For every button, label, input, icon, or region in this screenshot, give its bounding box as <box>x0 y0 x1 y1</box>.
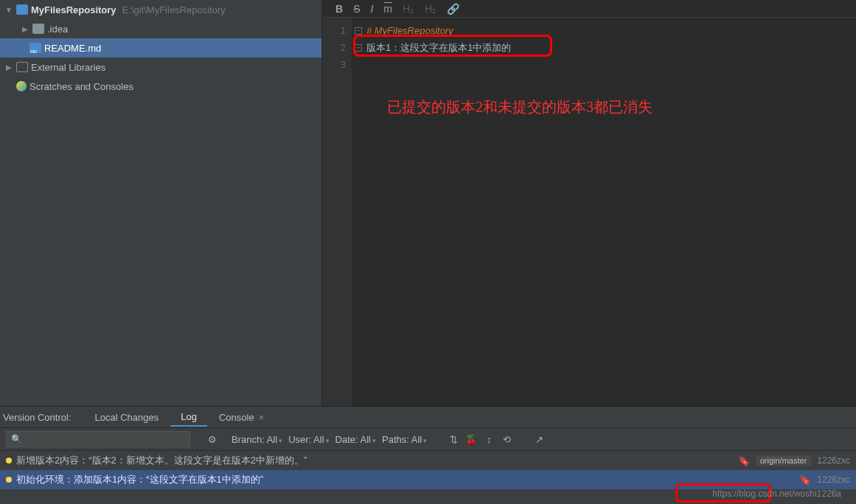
collapse-arrow-icon[interactable]: ▶ <box>4 63 13 71</box>
expand-arrow-icon[interactable]: ▼ <box>4 6 13 14</box>
intellisort-icon[interactable]: ⇅ <box>448 433 459 445</box>
italic-button[interactable]: I <box>370 3 373 15</box>
commit-row[interactable]: 新增版本2内容：“版本2：新增文本。这段文字是在版本2中新增的。” 🔖 orig… <box>0 451 856 470</box>
line-number: 2 <box>322 39 346 56</box>
tree-item-external-libraries[interactable]: ▶ External Libraries <box>0 57 321 77</box>
vc-tab-bar: Version Control: Local Changes Log Conso… <box>0 407 856 427</box>
commit-user: 1226zxc <box>817 475 850 485</box>
commit-user: 1226zxc <box>817 455 850 466</box>
collapse-icon[interactable]: ↕ <box>483 433 495 445</box>
date-filter[interactable]: Date: All▾ <box>335 434 376 445</box>
gear-icon[interactable]: ⚙ <box>208 434 217 445</box>
editor-pane: B S I m H₁ H₂ 🔗 1 2 3 − # MyFilesReposit… <box>322 0 856 406</box>
fold-button[interactable]: − <box>355 27 362 35</box>
commit-message: 新增版本2内容：“版本2：新增文本。这段文字是在版本2中新增的。” <box>16 454 307 467</box>
commit-dot-icon <box>6 458 12 463</box>
project-folder-icon <box>16 4 28 15</box>
commit-message: 初始化环境：添加版本1内容：“这段文字在版本1中添加的” <box>16 473 263 486</box>
strikethrough-button[interactable]: S <box>353 3 360 15</box>
project-tree[interactable]: ▼ MyFilesRepository E:\git\MyFilesReposi… <box>0 0 322 406</box>
refresh-icon[interactable]: ⟲ <box>501 433 512 445</box>
code-button[interactable]: m <box>383 3 392 15</box>
version-control-panel: Version Control: Local Changes Log Conso… <box>0 406 856 504</box>
commit-list[interactable]: 新增版本2内容：“版本2：新增文本。这段文字是在版本2中新增的。” 🔖 orig… <box>0 451 856 504</box>
watermark-text: https://blog.csdn.net/woshi1226a <box>712 489 841 499</box>
code-line-1: # MyFilesRepository <box>366 22 453 39</box>
commit-dot-icon <box>6 477 12 483</box>
tree-item-readme[interactable]: README.md <box>0 38 321 57</box>
open-new-icon[interactable]: ↗ <box>533 433 545 445</box>
user-filter[interactable]: User: All▾ <box>288 434 329 445</box>
bold-button[interactable]: B <box>335 3 343 15</box>
vc-title: Version Control: <box>3 412 83 423</box>
folder-icon <box>32 24 44 34</box>
tab-local-changes[interactable]: Local Changes <box>85 409 170 426</box>
tree-item-idea[interactable]: ▶ .idea <box>0 19 321 38</box>
h1-button[interactable]: H₁ <box>403 3 414 15</box>
branch-label: origin/master <box>756 455 812 466</box>
paths-filter[interactable]: Paths: All▾ <box>382 434 427 445</box>
scratches-label: Scratches and Consoles <box>29 81 133 92</box>
tab-log[interactable]: Log <box>170 408 207 427</box>
markdown-toolbar: B S I m H₁ H₂ 🔗 <box>322 0 856 18</box>
annotation-text: 已提交的版本2和未提交的版本3都已消失 <box>387 99 653 116</box>
line-gutter: 1 2 3 <box>322 18 352 406</box>
tag-icon: 🔖 <box>738 455 750 466</box>
line-number: 3 <box>322 56 346 73</box>
branch-filter[interactable]: Branch: All▾ <box>232 434 282 445</box>
search-input[interactable] <box>6 431 190 447</box>
external-libraries-label: External Libraries <box>31 62 105 73</box>
code-area[interactable]: − # MyFilesRepository − 版本1：这段文字在版本1中添加的… <box>352 18 856 406</box>
editor-body[interactable]: 1 2 3 − # MyFilesRepository − 版本1：这段文字在版… <box>322 18 856 406</box>
close-icon[interactable]: × <box>259 412 265 423</box>
collapse-arrow-icon[interactable]: ▶ <box>21 25 29 33</box>
project-path: E:\git\MyFilesRepository <box>122 4 226 15</box>
link-button[interactable]: 🔗 <box>447 3 459 15</box>
scratches-icon <box>16 81 27 91</box>
markdown-file-icon <box>29 43 41 53</box>
code-line-2: 版本1：这段文字在版本1中添加的 <box>366 39 511 56</box>
project-name: MyFilesRepository <box>31 4 116 15</box>
line-number: 1 <box>322 22 346 39</box>
fold-button[interactable]: − <box>355 44 362 52</box>
folder-label: .idea <box>47 24 68 35</box>
commit-search[interactable] <box>6 431 190 447</box>
commit-row-selected[interactable]: 初始化环境：添加版本1内容：“这段文字在版本1中添加的” 🔖 1226zxc <box>0 470 856 489</box>
file-label: README.md <box>44 43 101 54</box>
vc-filter-bar: ⚙ Branch: All▾ User: All▾ Date: All▾ Pat… <box>0 427 856 451</box>
tag-icon: 🔖 <box>799 475 811 486</box>
tree-root[interactable]: ▼ MyFilesRepository E:\git\MyFilesReposi… <box>0 0 321 19</box>
cherry-pick-icon[interactable]: 🍒 <box>465 433 477 445</box>
library-icon <box>16 62 28 72</box>
tree-item-scratches[interactable]: Scratches and Consoles <box>0 77 321 96</box>
tab-console[interactable]: Console× <box>209 409 274 426</box>
h2-button[interactable]: H₂ <box>425 3 436 15</box>
